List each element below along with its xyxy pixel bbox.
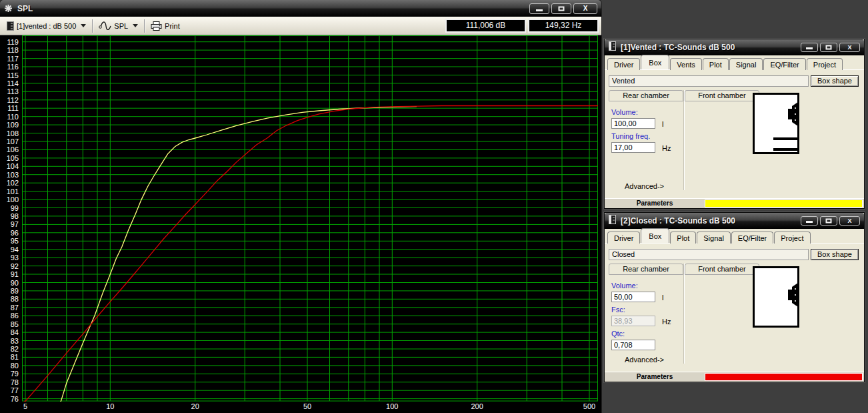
y-axis-tick-label: 104	[1, 162, 19, 170]
spl-plot[interactable]: 1191181171161151141131121111101091081071…	[0, 35, 601, 413]
tab-rear-chamber[interactable]: Rear chamber	[609, 264, 683, 275]
field-label-tuning-freq: Tuning freq.	[611, 132, 650, 140]
parameters-status-label: Parameters	[605, 199, 705, 208]
panel-titlebar: [1]Vented : TC-Sounds dB 500X	[605, 39, 864, 55]
close-button[interactable]: X	[573, 3, 597, 14]
y-axis-tick-label: 85	[1, 320, 19, 328]
y-axis-tick-label: 114	[1, 79, 19, 87]
field-label-fsc: Fsc:	[611, 306, 625, 314]
y-axis-tick-label: 119	[1, 38, 19, 46]
maximize-button[interactable]	[820, 216, 837, 226]
tab-vents[interactable]: Vents	[670, 58, 702, 71]
y-axis-tick-label: 92	[1, 262, 19, 270]
y-axis-tick-label: 105	[1, 154, 19, 162]
panel-titlebar: [2]Closed : TC-Sounds dB 500X	[605, 213, 864, 229]
tab-driver[interactable]: Driver	[607, 58, 640, 71]
box-name-field[interactable]: Closed	[609, 249, 809, 260]
y-axis-tick-label: 81	[1, 353, 19, 361]
field-label-volume: Volume:	[611, 108, 638, 116]
x-axis-tick-label: 5	[12, 402, 39, 410]
field-input-volume[interactable]: 100,00	[611, 118, 655, 129]
tab-box[interactable]: Box	[641, 228, 669, 243]
tab-plot[interactable]: Plot	[670, 232, 696, 244]
y-axis-tick-label: 112	[1, 96, 19, 104]
tab-eq-filter[interactable]: EQ/Filter	[731, 232, 773, 244]
tab-eq-filter[interactable]: EQ/Filter	[763, 58, 805, 71]
close-icon: X	[574, 4, 597, 13]
box-tab-content: ClosedBox shapeRear chamberFront chamber…	[605, 244, 864, 372]
y-axis-tick-label: 82	[1, 345, 19, 353]
y-axis-tick-label: 94	[1, 246, 19, 254]
tab-plot[interactable]: Plot	[703, 58, 729, 71]
y-axis-tick-label: 117	[1, 55, 19, 63]
panel-tabs: DriverBoxVentsPlotSignalEQ/FilterProject	[605, 55, 864, 70]
minimize-button[interactable]	[529, 3, 549, 14]
chevron-down-icon	[81, 24, 86, 27]
y-axis-tick-label: 96	[1, 229, 19, 237]
spl-chart-canvas[interactable]	[22, 35, 598, 402]
toolbar-separator	[92, 19, 93, 33]
y-axis-tick-label: 110	[1, 113, 19, 121]
app-icon	[4, 4, 13, 13]
y-axis-tick-label: 78	[1, 378, 19, 386]
y-axis-tick-label: 108	[1, 129, 19, 137]
y-axis-tick-label: 93	[1, 254, 19, 262]
speaker-icon	[783, 280, 798, 310]
y-axis-tick-label: 109	[1, 121, 19, 129]
tab-signal[interactable]: Signal	[729, 58, 763, 71]
tab-signal[interactable]: Signal	[697, 232, 731, 244]
y-axis-tick-label: 102	[1, 179, 19, 187]
field-unit-label: l	[662, 294, 663, 302]
print-button[interactable]: Print	[147, 20, 184, 32]
restore-icon	[559, 6, 565, 11]
panel-title: [2]Closed : TC-Sounds dB 500	[621, 216, 735, 226]
frequency-axis: 5102050100200500	[0, 402, 597, 413]
panel-vented: [1]Vented : TC-Sounds dB 500XDriverBoxVe…	[604, 39, 865, 209]
minimize-button[interactable]	[801, 216, 818, 226]
tab-driver[interactable]: Driver	[607, 232, 640, 244]
y-axis-tick-label: 77	[1, 386, 19, 394]
y-axis-tick-label: 100	[1, 195, 19, 203]
advanced-link[interactable]: Advanced->	[625, 356, 664, 364]
desktop: SPL X [1]vented : dB 500 SPL	[0, 0, 868, 413]
field-input-fsc[interactable]: 38,93	[611, 316, 655, 326]
tab-project[interactable]: Project	[774, 232, 810, 244]
spl-axis: 1191181171161151141131121111101091081071…	[0, 35, 21, 402]
window-icon	[609, 41, 616, 53]
box-name-field[interactable]: Vented	[609, 75, 809, 87]
y-axis-tick-label: 116	[1, 63, 19, 71]
advanced-link[interactable]: Advanced->	[625, 182, 664, 190]
box-shape-button[interactable]: Box shape	[811, 249, 859, 260]
plot-type-combo[interactable]: SPL	[95, 20, 142, 31]
field-input-tuning-freq[interactable]: 17,00	[611, 142, 655, 153]
maximize-button[interactable]	[820, 43, 837, 52]
x-axis-tick-label: 20	[182, 402, 209, 410]
tab-project[interactable]: Project	[807, 58, 843, 71]
curve-select-combo[interactable]: [1]vented : dB 500	[3, 20, 90, 32]
vent-port-icon	[773, 148, 797, 151]
tab-box[interactable]: Box	[641, 55, 669, 69]
close-button[interactable]: X	[839, 216, 860, 226]
field-input-qtc[interactable]: 0,708	[611, 340, 655, 350]
y-axis-tick-label: 86	[1, 312, 19, 320]
plot-border	[23, 36, 598, 402]
y-axis-tick-label: 113	[1, 87, 19, 95]
tab-rear-chamber[interactable]: Rear chamber	[609, 90, 683, 101]
column-divider	[683, 264, 684, 364]
frequency-readout: 149,32 Hz	[528, 19, 599, 33]
y-axis-tick-label: 111	[1, 104, 19, 112]
curve-color-bar	[705, 199, 863, 208]
field-input-volume[interactable]: 50,00	[611, 292, 655, 302]
closed-box-diagram	[753, 266, 799, 328]
close-button[interactable]: X	[839, 43, 860, 52]
y-axis-tick-label: 97	[1, 220, 19, 228]
minimize-button[interactable]	[801, 43, 818, 52]
panel-tabs: DriverBoxPlotSignalEQ/FilterProject	[605, 229, 864, 244]
tab-front-chamber[interactable]: Front chamber	[685, 264, 759, 275]
tab-front-chamber[interactable]: Front chamber	[685, 90, 759, 101]
printer-icon	[151, 21, 162, 31]
toolbar-separator	[144, 19, 145, 33]
y-axis-tick-label: 106	[1, 145, 19, 153]
restore-button[interactable]	[551, 3, 571, 14]
box-shape-button[interactable]: Box shape	[811, 75, 859, 87]
